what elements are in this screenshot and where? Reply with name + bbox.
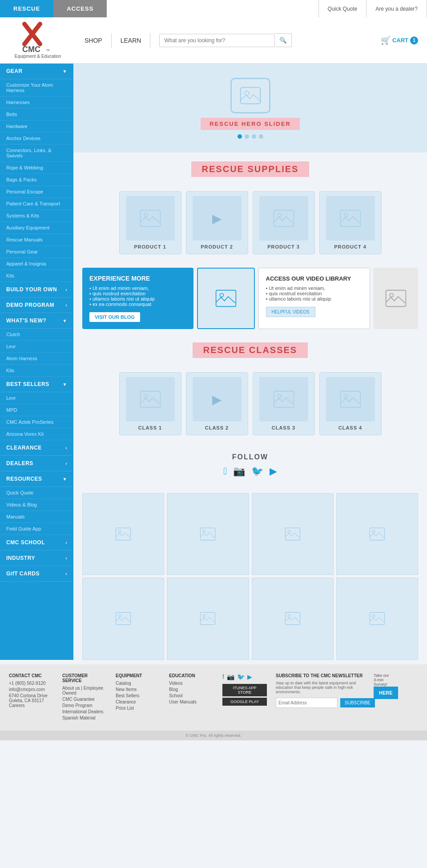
sidebar-sub-rope[interactable]: Rope & Webbing [0,162,73,174]
sidebar-sub-systems[interactable]: Systems & Kits [0,210,73,222]
sidebar-sub-clutch[interactable]: Clutch [0,329,73,341]
footer-edu-link-1[interactable]: Videos [169,681,214,686]
insta-cell-6[interactable] [167,578,249,659]
sidebar-sub-manuals2[interactable]: Manuals [0,511,73,523]
sidebar-sub-quickquote[interactable]: Quick Quote [0,487,73,499]
sidebar-item-resources[interactable]: RESOURCES ▼ [0,471,73,487]
sidebar-sub-fieldguide[interactable]: Field Guide App [0,523,73,535]
class-card-1[interactable]: CLASS 1 [119,372,181,435]
dot-4[interactable] [259,134,263,139]
sidebar-sub-levr[interactable]: Levr [0,341,73,353]
class-card-3[interactable]: CLASS 3 [253,372,315,435]
footer-eq-link-1[interactable]: Catalog [116,681,160,686]
itunes-button[interactable]: ITUNES APP STORE [222,684,267,696]
product-card-4[interactable]: PRODUCT 4 [319,191,382,254]
search-input[interactable] [159,34,275,47]
product-card-1[interactable]: PRODUCT 1 [119,191,181,254]
sidebar-item-gift-cards[interactable]: GifT CARDS › [0,566,73,582]
sidebar-sub-manuals[interactable]: Rescue Manuals [0,234,73,246]
dot-1[interactable] [238,134,242,139]
footer-eq-link-2[interactable]: New Items [116,687,160,692]
footer-twitter-icon[interactable]: 🐦 [237,673,245,680]
sidebar-item-best-sellers[interactable]: BEST SELLERS ▼ [0,377,73,392]
sidebar-sub-harnesses[interactable]: Harnesses [0,96,73,108]
class-card-2[interactable]: ▶ CLASS 2 [186,372,248,435]
footer-eq-link-4[interactable]: Clearance [116,699,160,704]
sidebar-sub-videos-blog[interactable]: Videos & Blog [0,499,73,511]
access-tab[interactable]: ACCESS [53,0,107,17]
footer-eq-link-3[interactable]: Best Sellers [116,693,160,698]
dealer-link[interactable]: Are you a dealer? [367,0,427,17]
sidebar-item-build-your-own[interactable]: BUILD YOUR OWN › [0,282,73,297]
insta-cell-7[interactable] [252,578,334,659]
insta-cell-1[interactable] [82,493,164,575]
footer-email[interactable]: info@cmcpro.com [9,687,53,692]
sidebar-sub-hardware[interactable]: Hardware [0,121,73,133]
insta-cell-2[interactable] [167,493,249,575]
sidebar-sub-patient-care[interactable]: Patient Care & Transport [0,198,73,210]
instagram-icon[interactable]: 📷 [233,466,245,477]
sidebar-sub-mpd[interactable]: MPD [0,404,73,416]
sidebar-sub-kits[interactable]: Kits [0,270,73,282]
learn-nav[interactable]: LEARN [112,33,151,48]
insta-cell-3[interactable] [252,493,334,575]
cmc-logo[interactable]: CMC ™ [20,22,56,53]
sidebar-sub-bags[interactable]: Bags & Packs [0,174,73,186]
footer-cs-link-5[interactable]: Spanish Material [62,715,107,720]
footer-fb-icon[interactable]: f [222,673,224,680]
class-card-4[interactable]: CLASS 4 [319,372,382,435]
footer-careers[interactable]: Careers [9,703,53,708]
facebook-icon[interactable]:  [223,466,227,477]
sidebar-sub-kits2[interactable]: Kits [0,365,73,377]
dot-3[interactable] [252,134,256,139]
sidebar-sub-personal-gear[interactable]: Personal Gear [0,246,73,258]
footer-cs-link-4[interactable]: International Dealers [62,709,107,714]
sidebar-item-gear[interactable]: GEAR ▼ [0,64,73,79]
sidebar-sub-belts[interactable]: Belts [0,108,73,121]
shop-nav[interactable]: SHOP [76,33,112,48]
rescue-tab[interactable]: RESCUE [0,0,53,17]
footer-edu-link-4[interactable]: User Manuals [169,699,214,704]
footer-insta-icon[interactable]: 📷 [227,673,234,680]
sidebar-item-cmc-school[interactable]: CMC SCHOOL › [0,535,73,551]
insta-cell-8[interactable] [336,578,418,659]
visit-blog-button[interactable]: VISIT OUR BLOG [89,312,140,322]
sidebar-item-industry[interactable]: INDUSTRY › [0,551,73,566]
sidebar-sub-personal-escape[interactable]: Personal Escape [0,186,73,198]
google-play-button[interactable]: GOOGLE PLAY [222,698,267,706]
sidebar-item-demo-program[interactable]: DEMO PROGRAM › [0,297,73,313]
twitter-icon[interactable]: 🐦 [251,466,263,477]
subscribe-button[interactable]: SUBSCRIBE [340,698,375,707]
sidebar-sub-anchor[interactable]: Anchor Devices [0,133,73,145]
quick-quote-toplink[interactable]: Quick Quote [319,0,367,17]
footer-eq-link-5[interactable]: Price List [116,706,160,711]
footer-phone[interactable]: +1 (805) 562-9120 [9,681,53,686]
cart-area[interactable]: 🛒 CART 1 [381,36,418,45]
insta-cell-4[interactable] [336,493,418,575]
dot-2[interactable] [245,134,249,139]
sidebar-item-clearance[interactable]: CLEARANCE › [0,440,73,456]
sidebar-sub-auxiliary[interactable]: Auxiliary Equipment [0,222,73,234]
sidebar-sub-levr2[interactable]: Levr [0,392,73,404]
sidebar-sub-arizona[interactable]: Arizona Vorex Kit [0,428,73,440]
footer-yt-icon[interactable]: ▶ [247,673,252,680]
footer-edu-link-2[interactable]: Blog [169,687,214,692]
product-card-2[interactable]: ▶ PRODUCT 2 [186,191,248,254]
sidebar-item-whats-new[interactable]: WHAT'S NEW? ▼ [0,313,73,329]
sidebar-sub-connectors[interactable]: Connectors, Links, & Swivels [0,145,73,162]
sidebar-sub-customize[interactable]: Customize Your Atom Harness [0,79,73,96]
sidebar-sub-aztek[interactable]: CMC Aztek ProSeries [0,416,73,428]
insta-cell-5[interactable] [82,578,164,659]
email-input[interactable] [276,698,338,708]
footer-edu-link-3[interactable]: School [169,693,214,698]
youtube-icon[interactable]: ▶ [270,466,277,477]
footer-cs-link-3[interactable]: Demo Program [62,703,107,708]
sidebar-sub-apparel[interactable]: Apparel & Insignia [0,258,73,270]
survey-button[interactable]: HERE [374,687,398,699]
footer-cs-link-2[interactable]: CMC Guarantee [62,697,107,702]
product-card-3[interactable]: PRODUCT 3 [253,191,315,254]
sidebar-item-dealers[interactable]: DEALERS › [0,456,73,471]
sidebar-sub-atom-harness[interactable]: Atom Harness [0,353,73,365]
search-button[interactable]: 🔍 [275,33,292,47]
helpful-videos-button[interactable]: HELPFUL VIDEOS [266,307,315,317]
